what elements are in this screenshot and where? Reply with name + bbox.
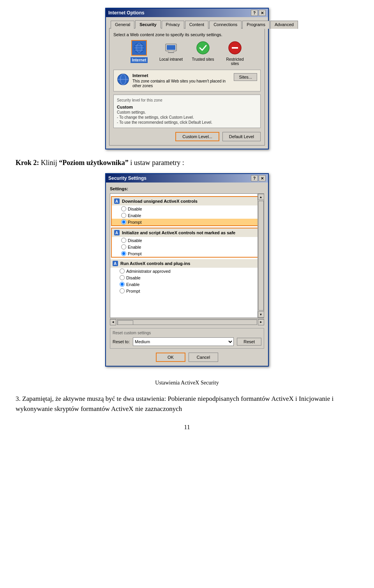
step2-bold: “Poziom użytkownika” (59, 159, 129, 167)
label-enable-2: Enable (128, 245, 141, 249)
trusted-sites-label: Trusted sites (192, 57, 214, 61)
radio-enable-2[interactable] (121, 244, 126, 249)
horizontal-scrollbar[interactable]: ◄ ► (110, 319, 264, 325)
security-help-button[interactable]: ? (251, 175, 258, 181)
group-download-unsigned: A Download unsigned ActiveX controls Dis… (111, 196, 263, 226)
group-run-activex-header: A Run ActiveX controls and plug-ins (110, 259, 264, 268)
level-hint1: - To change the settings, click Custom L… (117, 115, 257, 119)
label-enable-1: Enable (128, 213, 141, 218)
tab-advanced[interactable]: Advanced (270, 21, 298, 29)
reset-row: Reset to: Medium Reset (113, 337, 261, 346)
settings-listbox-container: A Download unsigned ActiveX controls Dis… (110, 193, 264, 325)
label-prompt-1: Prompt (128, 220, 141, 225)
scroll-up-arrow[interactable]: ▲ (258, 194, 264, 200)
reset-button[interactable]: Reset (237, 338, 261, 346)
security-tab-content: Select a Web content zone to specify its… (109, 28, 265, 146)
security-settings-dialog-container: Security Settings ? ✕ Settings: (105, 173, 269, 367)
tab-connections[interactable]: Connections (209, 21, 242, 29)
option-enable-2: Enable (112, 244, 262, 250)
titlebar-buttons: ? ✕ (251, 10, 266, 16)
internet-options-titlebar: Internet Options ? ✕ (106, 9, 268, 17)
scroll-right-arrow[interactable]: ► (258, 319, 264, 325)
sites-button[interactable]: Sites... (234, 73, 257, 81)
group-initialize-header: A Initialize and script ActiveX controls… (112, 228, 262, 237)
local-intranet-icon-wrap (163, 40, 179, 56)
security-level-title: Security level for this zone (117, 98, 257, 102)
group2-header-text: Initialize and script ActiveX controls n… (122, 230, 235, 235)
internet-options-dialog-container: Internet Options ? ✕ General Security Pr… (105, 8, 269, 149)
scroll-thumb[interactable] (258, 201, 264, 311)
svg-rect-7 (169, 51, 173, 52)
zone-restricted-sites[interactable]: Restrictedsites (221, 40, 249, 66)
trusted-sites-icon-wrap (195, 40, 211, 56)
radio-disable-3[interactable] (120, 275, 125, 280)
settings-list-inner: A Download unsigned ActiveX controls Dis… (110, 194, 264, 297)
group1-icon: A (113, 198, 120, 205)
option-enable-3: Enable (110, 281, 264, 288)
option-prompt-3: Prompt (110, 288, 264, 294)
restricted-sites-icon (228, 41, 242, 55)
internet-options-body: General Security Privacy Content Connect… (106, 17, 268, 149)
paragraph-text: 3. Zapamiętaj, że aktywne muszą być te d… (16, 394, 358, 414)
step2-suffix: i ustaw parametry : (130, 159, 184, 167)
tab-general[interactable]: General (111, 21, 134, 29)
scroll-thumb-h[interactable] (118, 320, 133, 325)
svg-text:A: A (114, 262, 116, 266)
local-intranet-label: Local intranet (159, 57, 183, 61)
radio-prompt-2[interactable] (121, 251, 126, 256)
help-button[interactable]: ? (251, 10, 258, 16)
titlebar-title-group: Internet Options (108, 10, 145, 16)
default-level-button[interactable]: Default Level (222, 132, 261, 141)
caption-text: Ustawienia ActiveX Security (155, 380, 219, 386)
internet-options-dialog: Internet Options ? ✕ General Security Pr… (105, 8, 269, 149)
label-enable-3: Enable (126, 282, 139, 287)
internet-icon-wrap (131, 40, 147, 56)
svg-text:A: A (115, 199, 118, 204)
zone-internet[interactable]: Internet (125, 40, 153, 66)
zone-icons-row: Internet (113, 40, 261, 66)
option-prompt-2: Prompt (112, 250, 262, 257)
label-prompt-2: Prompt (128, 251, 141, 256)
ok-button[interactable]: OK (156, 353, 185, 362)
settings-label: Settings: (110, 186, 264, 191)
label-disable-3: Disable (126, 276, 141, 280)
close-button[interactable]: ✕ (259, 10, 266, 16)
label-prompt-3: Prompt (126, 289, 140, 293)
group-run-activex: A Run ActiveX controls and plug-ins Admi… (110, 259, 264, 294)
zone-info-text: Internet This zone contains all Web site… (132, 73, 231, 88)
restricted-sites-icon-wrap (227, 40, 243, 56)
scroll-down-arrow[interactable]: ▼ (258, 311, 264, 318)
radio-disable-1[interactable] (121, 206, 126, 211)
tab-programs[interactable]: Programs (242, 21, 270, 29)
security-settings-body: Settings: A (106, 183, 268, 366)
option-prompt-1: Prompt (112, 219, 262, 225)
radio-enable-1[interactable] (121, 213, 126, 218)
radio-disable-2[interactable] (121, 238, 126, 243)
group3-header-text: Run ActiveX controls and plug-ins (120, 261, 190, 266)
tab-content[interactable]: Content (185, 21, 209, 29)
radio-prompt-3[interactable] (120, 288, 125, 293)
vertical-scrollbar[interactable]: ▲ ▼ (258, 194, 264, 318)
tab-security[interactable]: Security (135, 20, 161, 28)
security-close-button[interactable]: ✕ (259, 175, 266, 181)
reset-to-select[interactable]: Medium (133, 337, 234, 346)
level-name: Custom (117, 105, 257, 109)
zone-info-globe-icon (117, 73, 129, 86)
svg-point-9 (197, 42, 209, 54)
custom-level-button[interactable]: Custom Level... (175, 132, 219, 141)
scroll-left-arrow[interactable]: ◄ (110, 319, 116, 325)
zone-trusted-sites[interactable]: Trusted sites (189, 40, 217, 66)
radio-admin-approved[interactable] (120, 269, 125, 274)
zone-instruction: Select a Web content zone to specify its… (113, 32, 261, 37)
tab-privacy[interactable]: Privacy (162, 21, 184, 29)
radio-enable-3[interactable] (120, 282, 125, 287)
svg-rect-11 (232, 47, 238, 49)
cancel-button[interactable]: Cancel (189, 353, 218, 362)
security-settings-titlebar: Security Settings ? ✕ (106, 174, 268, 183)
option-disable-2: Disable (112, 237, 262, 244)
security-titlebar-title: Security Settings (108, 176, 146, 181)
radio-prompt-1[interactable] (121, 219, 126, 225)
zone-local-intranet[interactable]: Local intranet (157, 40, 185, 66)
settings-list-box[interactable]: A Download unsigned ActiveX controls Dis… (110, 193, 264, 318)
internet-globe-icon (134, 41, 145, 55)
